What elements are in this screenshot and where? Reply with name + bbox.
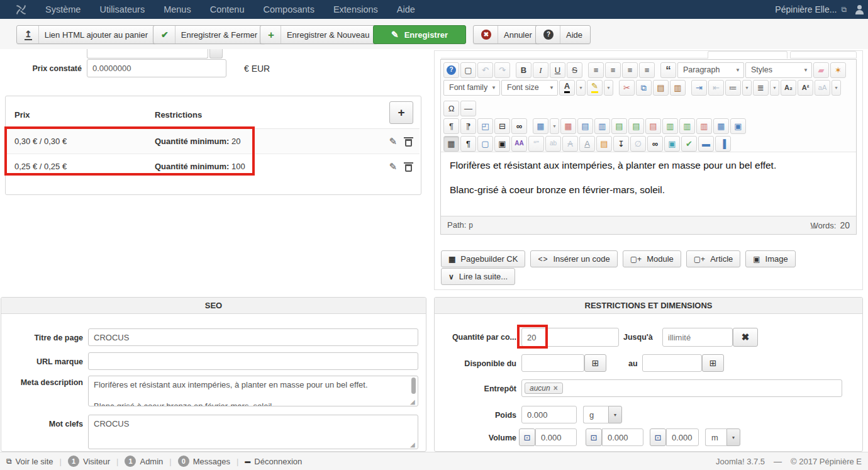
edit-price-button[interactable]: ✎ xyxy=(389,136,397,147)
user-icon[interactable] xyxy=(854,5,864,14)
messages-link[interactable]: 0Messages xyxy=(178,456,230,467)
truncated-input[interactable] xyxy=(87,49,208,59)
menu-utilisateurs[interactable]: Utilisateurs xyxy=(90,0,154,19)
align-right-button[interactable]: ≡ xyxy=(622,62,638,78)
horizontal-rule-button[interactable]: — xyxy=(460,101,476,116)
save-close-button[interactable]: ✔ Enregistrer & Fermer xyxy=(153,25,265,44)
rtl-paragraph-button[interactable]: ¶ xyxy=(460,118,476,134)
truncated-button[interactable] xyxy=(209,49,223,59)
iframe-button[interactable]: ▣ xyxy=(494,136,510,152)
bullet-list-button[interactable]: ≣ xyxy=(753,80,769,96)
cleanup-button[interactable]: ✶ xyxy=(830,62,846,78)
delete-price-button[interactable] xyxy=(405,164,412,174)
pagebuilder-button[interactable]: ▦Pagebuilder CK xyxy=(441,250,525,267)
insert-article-button[interactable]: ▢+Article xyxy=(686,250,740,267)
keywords-textarea[interactable]: CROCUS xyxy=(88,415,418,449)
admins-link[interactable]: 1Admin xyxy=(125,456,163,467)
volume-unit-select[interactable]: m ▾ xyxy=(705,428,740,446)
citation-button[interactable]: ▤ xyxy=(596,136,612,152)
menu-menus[interactable]: Menus xyxy=(154,0,201,19)
quotes-button[interactable]: “” xyxy=(528,136,544,152)
new-document-button[interactable]: ▢ xyxy=(460,62,476,78)
resize-grip[interactable]: ◢ xyxy=(410,398,415,405)
split-cells-button[interactable]: ▦ xyxy=(713,118,729,134)
menu-composants[interactable]: Composants xyxy=(254,0,324,19)
inserted-text-button[interactable]: A xyxy=(579,136,595,152)
volume-width-input[interactable] xyxy=(602,428,643,446)
preview-button[interactable]: ▢ xyxy=(477,136,493,152)
merge-cells-button[interactable]: ▣ xyxy=(730,118,746,134)
textarea-scrollbar[interactable] xyxy=(411,378,416,394)
print-button[interactable]: ⊟ xyxy=(494,118,510,134)
insert-table-button[interactable]: ▦ xyxy=(533,118,548,134)
highlight-color-dropdown[interactable]: ▼ xyxy=(604,80,613,96)
edit-price-button[interactable]: ✎ xyxy=(389,161,397,172)
styles-select[interactable]: Styles▼ xyxy=(745,62,812,78)
tab-stub-active[interactable] xyxy=(708,51,787,59)
base-price-input[interactable] xyxy=(87,59,226,77)
insert-row-after-button[interactable]: ▤ xyxy=(628,118,644,134)
insert-column-before-button[interactable]: ▥ xyxy=(662,118,678,134)
insert-image-button[interactable]: ▣ xyxy=(664,136,680,152)
paragraph-format-select[interactable]: Paragraph▼ xyxy=(677,62,744,78)
add-to-cart-link-button[interactable]: ↥ Lien HTML ajouter au panier xyxy=(16,25,156,44)
read-more-button[interactable]: ∨Lire la suite... xyxy=(441,268,515,285)
redo-button[interactable]: ↷ xyxy=(494,62,510,78)
spellcheck-button[interactable]: ✔ xyxy=(681,136,697,152)
font-size-select[interactable]: Font size▼ xyxy=(501,80,558,96)
warehouse-field[interactable]: aucun× xyxy=(521,379,842,397)
volume-height-input[interactable] xyxy=(666,428,699,446)
delete-row-button[interactable]: ▤ xyxy=(645,118,661,134)
weight-unit-select[interactable]: g ▾ xyxy=(583,406,622,423)
cancel-button[interactable]: ✖ Annuler xyxy=(473,25,540,44)
editor-help-button[interactable]: ? xyxy=(443,62,459,78)
weight-input[interactable] xyxy=(521,406,577,423)
text-color-button[interactable]: A xyxy=(559,80,575,96)
fullscreen-button[interactable]: ◰ xyxy=(477,118,493,134)
quantity-per-order-input[interactable] xyxy=(521,328,619,347)
insert-code-button[interactable]: <>Insérer un code xyxy=(530,250,617,267)
tab-stub[interactable] xyxy=(790,51,857,59)
layout-columns-button[interactable]: ▐ xyxy=(715,136,731,152)
cube-icon-button[interactable]: ⊡ xyxy=(650,428,666,446)
strikethrough-button[interactable]: S xyxy=(567,62,582,78)
paste-button[interactable]: ▤ xyxy=(653,80,669,96)
cube-icon-button[interactable]: ⊡ xyxy=(519,428,535,446)
add-price-button[interactable]: + xyxy=(389,101,413,124)
visual-borders-toggle[interactable]: ▦ xyxy=(443,136,459,152)
cut-button[interactable]: ✂ xyxy=(619,80,635,96)
ltr-paragraph-button[interactable]: ¶ xyxy=(443,118,459,134)
insert-row-before-button[interactable]: ▤ xyxy=(611,118,627,134)
menu-aide[interactable]: Aide xyxy=(387,0,425,19)
insert-image-action-button[interactable]: ▣Image xyxy=(745,250,795,267)
change-case-button[interactable]: aA xyxy=(815,80,830,96)
ordered-list-button[interactable]: ≔ xyxy=(725,80,741,96)
change-case-dropdown[interactable]: ▼ xyxy=(832,80,841,96)
text-color-dropdown[interactable]: ▼ xyxy=(576,80,586,96)
visual-font-button[interactable]: AA xyxy=(511,136,527,152)
blockquote-button[interactable]: “ xyxy=(660,62,676,78)
insert-column-after-button[interactable]: ▥ xyxy=(679,118,695,134)
deleted-text-button[interactable]: A xyxy=(562,136,578,152)
unlink-button[interactable]: ∅ xyxy=(630,136,646,152)
paste-as-text-button[interactable]: ▥ xyxy=(670,80,686,96)
font-family-select[interactable]: Font family▼ xyxy=(443,80,500,96)
cube-icon-button[interactable]: ⊡ xyxy=(586,428,602,446)
link-button[interactable]: ∞ xyxy=(647,136,663,152)
align-left-button[interactable]: ≡ xyxy=(588,62,604,78)
superscript-button[interactable]: A² xyxy=(798,80,813,96)
logout-link[interactable]: ▬Déconnexion xyxy=(245,457,302,466)
eraser-button[interactable]: ▰ xyxy=(813,62,829,78)
highlight-color-button[interactable]: ✎ xyxy=(587,80,603,96)
site-preview-link[interactable]: Pépinière Elle... ⧉ xyxy=(775,4,847,14)
calendar-from-button[interactable]: ⊞ xyxy=(584,354,606,372)
available-to-input[interactable] xyxy=(642,354,702,372)
bold-button[interactable]: B xyxy=(516,62,531,78)
resize-grip[interactable]: ◢ xyxy=(410,441,415,448)
volume-length-input[interactable] xyxy=(535,428,577,446)
editor-content[interactable]: Florifères et résistant aux intempéries,… xyxy=(441,152,856,216)
italic-button[interactable]: I xyxy=(533,62,548,78)
until-input[interactable] xyxy=(662,328,733,347)
page-title-input[interactable] xyxy=(88,328,418,346)
show-invisible-button[interactable]: ¶ xyxy=(460,136,476,152)
